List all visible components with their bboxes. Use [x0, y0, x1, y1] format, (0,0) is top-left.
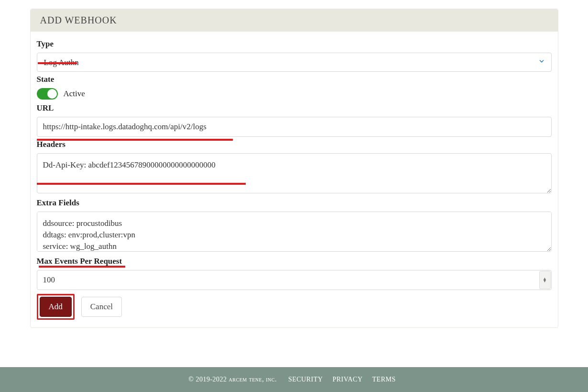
max-events-input[interactable]	[37, 270, 552, 290]
webhook-form-card: ADD WEBHOOK Type Log Authn State Active …	[30, 9, 558, 328]
add-button[interactable]: Add	[40, 297, 72, 317]
headers-label: Headers	[37, 140, 552, 149]
annotation-underline	[37, 183, 246, 185]
url-input[interactable]	[37, 117, 552, 137]
card-body: Type Log Authn State Active URL Headers	[31, 32, 558, 327]
annotation-underline	[38, 62, 77, 64]
footer-privacy-link[interactable]: PRIVACY	[332, 376, 362, 383]
page-footer: © 2019-2022 arcem tene, inc. SECURITY PR…	[0, 367, 588, 392]
extra-fields-textarea[interactable]	[37, 212, 552, 252]
extra-label: Extra Fields	[37, 198, 552, 208]
annotation-underline	[37, 139, 233, 141]
footer-copyright: © 2019-2022 arcem tene, inc.	[188, 376, 277, 383]
add-button-highlight: Add	[37, 294, 75, 320]
annotation-underline	[39, 266, 125, 268]
card-title: ADD WEBHOOK	[31, 9, 558, 32]
state-text: Active	[64, 89, 85, 99]
state-label: State	[37, 75, 552, 84]
url-label: URL	[37, 103, 552, 113]
toggle-knob	[47, 89, 57, 99]
footer-security-link[interactable]: SECURITY	[288, 376, 323, 383]
headers-textarea[interactable]	[37, 153, 552, 193]
number-stepper[interactable]: ▲ ▼	[539, 271, 551, 289]
stepper-down-icon: ▼	[543, 280, 547, 282]
cancel-button[interactable]: Cancel	[81, 297, 122, 317]
footer-terms-link[interactable]: TERMS	[372, 376, 396, 383]
max-events-label: Max Events Per Request	[37, 257, 552, 266]
type-select[interactable]: Log Authn	[37, 53, 552, 72]
type-label: Type	[37, 39, 552, 49]
state-toggle[interactable]	[37, 88, 58, 100]
